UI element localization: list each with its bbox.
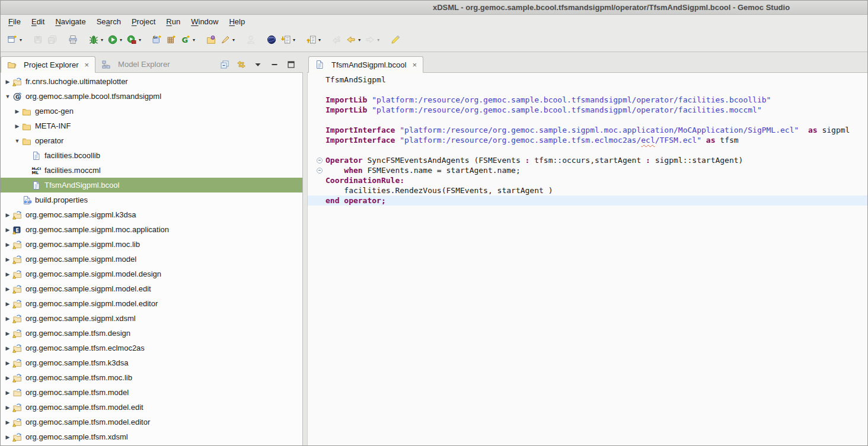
code-line-13[interactable]: end operator; [308, 195, 867, 206]
tree-item-meta-inf[interactable]: ▶META-INF [1, 118, 302, 133]
panel-sash[interactable] [303, 56, 307, 445]
twistie-collapsed-icon[interactable]: ▶ [3, 242, 12, 248]
code-editor[interactable]: TfsmAndSigpmlImportLib "platform:/resour… [307, 73, 867, 445]
toolbar-button-new[interactable]: ▾ [6, 31, 24, 48]
menu-project[interactable]: Project [126, 16, 161, 27]
twistie-collapsed-icon[interactable]: ▶ [3, 227, 12, 233]
tree-item-org-gemoc-sample-bcool-tfsmandsigpml[interactable]: ▼Gorg.gemoc.sample.bcool.tfsmandsigpml [1, 89, 302, 104]
code-line-7[interactable]: ImportInterface "platform:/resource/org.… [308, 135, 867, 145]
close-icon[interactable]: × [412, 61, 417, 69]
toolbar-button-debug[interactable]: ▾ [87, 31, 105, 48]
code-line-5[interactable] [308, 115, 867, 125]
toolbar-button-new-graphiti-diagram[interactable]: Gr [151, 31, 164, 48]
twistie-collapsed-icon[interactable]: ▶ [3, 360, 12, 366]
view-toolbar-button-view-menu[interactable] [253, 60, 263, 69]
view-toolbar-button-link-with-editor[interactable] [237, 60, 246, 69]
title-bar[interactable]: xDSML - org.gemoc.sample.bcool.tfsmandsi… [1, 1, 867, 15]
tree-item-org-gemoc-sample-sigpml-moc-lib[interactable]: ▶org.gemoc.sample.sigpml.moc.lib [1, 237, 302, 252]
tree-item-org-gemoc-sample-tfsm-model-editor[interactable]: ▶org.gemoc.sample.tfsm.model.editor [1, 415, 302, 429]
twistie-collapsed-icon[interactable]: ▶ [3, 434, 12, 440]
view-toolbar-button-maximize[interactable] [286, 60, 296, 69]
dropdown-arrow-icon[interactable]: ▾ [193, 37, 195, 43]
tree-item-operator[interactable]: ▼operator [1, 133, 302, 148]
twistie-expanded-icon[interactable]: ▼ [12, 138, 22, 144]
menu-window[interactable]: Window [186, 16, 224, 27]
code-line-2[interactable] [308, 85, 867, 95]
menu-run[interactable]: Run [161, 16, 186, 27]
twistie-collapsed-icon[interactable]: ▶ [3, 79, 12, 85]
dropdown-arrow-icon[interactable]: ▾ [293, 37, 295, 43]
tree-item-org-gemoc-sample-sigpml-k3dsa[interactable]: ▶org.gemoc.sample.sigpml.k3dsa [1, 207, 302, 222]
menu-file[interactable]: File [3, 16, 26, 27]
fold-collapse-icon[interactable] [308, 168, 326, 174]
view-toolbar-button-collapse-all[interactable] [220, 60, 229, 69]
twistie-collapsed-icon[interactable]: ▶ [12, 108, 22, 114]
twistie-collapsed-icon[interactable]: ▶ [3, 271, 12, 277]
tree-item-org-gemoc-sample-tfsm-eclmoc2as[interactable]: ▶org.gemoc.sample.tfsm.eclmoc2as [1, 341, 302, 355]
tree-item-org-gemoc-sample-sigpml-model-editor[interactable]: ▶org.gemoc.sample.sigpml.model.editor [1, 296, 302, 311]
code-line-6[interactable]: ImportInterface "platform:/resource/org.… [308, 125, 867, 135]
toolbar-button-toggle-mark-occurrences[interactable] [389, 31, 402, 48]
code-line-10[interactable]: when FSMEvents.name = startAgent.name; [308, 165, 867, 175]
dropdown-arrow-icon[interactable]: ▾ [20, 37, 22, 43]
fold-minus-icon[interactable] [317, 168, 323, 174]
menu-navigate[interactable]: Navigate [50, 16, 91, 27]
twistie-collapsed-icon[interactable]: ▶ [12, 123, 22, 129]
twistie-collapsed-icon[interactable]: ▶ [3, 375, 12, 381]
tree-item-org-gemoc-sample-sigpml-model-edit[interactable]: ▶org.gemoc.sample.sigpml.model.edit [1, 281, 302, 296]
fold-minus-icon[interactable] [317, 158, 323, 163]
code-line-9[interactable]: Operator SyncFSMEventsAndAgents (FSMEven… [308, 155, 867, 165]
tab-model-explorer[interactable]: Model Explorer [95, 56, 175, 72]
dropdown-arrow-icon[interactable]: ▾ [358, 37, 360, 43]
tree-item-gemoc-gen[interactable]: ▶gemoc-gen [1, 104, 302, 118]
toolbar-button-new-gmf-diagram[interactable]: G▾ [179, 31, 197, 48]
view-toolbar-button-minimize[interactable] [270, 60, 279, 69]
dropdown-arrow-icon[interactable]: ▾ [318, 37, 321, 43]
tree-item-org-gemoc-sample-sigpml-model[interactable]: ▶org.gemoc.sample.sigpml.model [1, 252, 302, 267]
toolbar-button-format-brush[interactable]: ▾ [219, 31, 237, 48]
twistie-collapsed-icon[interactable]: ▶ [3, 390, 12, 396]
tree-item-tfsmandsigpml-bcool[interactable]: TfsmAndSigpml.bcool [1, 178, 302, 192]
tree-item-org-gemoc-sample-tfsm-model[interactable]: ▶org.gemoc.sample.tfsm.model [1, 385, 302, 400]
dropdown-arrow-icon[interactable]: ▾ [139, 37, 141, 43]
twistie-collapsed-icon[interactable]: ▶ [3, 405, 12, 410]
twistie-collapsed-icon[interactable]: ▶ [3, 256, 12, 262]
dropdown-arrow-icon[interactable]: ▾ [101, 37, 103, 43]
twistie-collapsed-icon[interactable]: ▶ [3, 212, 12, 218]
twistie-collapsed-icon[interactable]: ▶ [3, 316, 12, 322]
tree-item-facilities-moccml[interactable]: MoCCMLfacilities.moccml [1, 163, 302, 178]
code-line-11[interactable]: CoordinationRule: [308, 175, 867, 185]
tree-item-org-gemoc-sample-tfsm-k3dsa[interactable]: ▶org.gemoc.sample.tfsm.k3dsa [1, 355, 302, 370]
close-icon[interactable]: × [84, 61, 89, 69]
dropdown-arrow-icon[interactable]: ▾ [120, 37, 122, 43]
tree-item-fr-cnrs-luchogie-ultimateplotter[interactable]: ▶fr.cnrs.luchogie.ultimateplotter [1, 74, 302, 89]
tab-editor-tfsmandsigpml[interactable]: TfsmAndSigpml.bcool × [308, 56, 423, 73]
toolbar-button-import-into-workspace[interactable]: ▾ [279, 31, 297, 48]
tree-item-org-gemoc-sample-tfsm-model-edit[interactable]: ▶org.gemoc.sample.tfsm.model.edit [1, 400, 302, 415]
code-line-4[interactable]: ImportLib "platform:/resource/org.gemoc.… [308, 105, 867, 115]
code-line-1[interactable]: TfsmAndSigpml [308, 75, 867, 85]
tree-item-build-properties[interactable]: 010build.properties [1, 192, 302, 207]
fold-collapse-icon[interactable] [308, 158, 326, 163]
twistie-collapsed-icon[interactable]: ▶ [3, 331, 12, 336]
tree-item-org-gemoc-sample-sigpml-xdsml[interactable]: ▶org.gemoc.sample.sigpml.xdsml [1, 311, 302, 326]
menu-search[interactable]: Search [91, 16, 126, 27]
dropdown-arrow-icon[interactable]: ▾ [232, 37, 235, 43]
tree-item-org-gemoc-sample-sigpml-moc-application[interactable]: ▶Eorg.gemoc.sample.sigpml.moc.applicatio… [1, 222, 302, 237]
tree-item-org-gemoc-sample-sigpml-model-design[interactable]: ▶org.gemoc.sample.sigpml.model.design [1, 267, 302, 281]
twistie-expanded-icon[interactable]: ▼ [3, 94, 12, 100]
tree-item-org-gemoc-sample-tfsm-moc-lib[interactable]: ▶org.gemoc.sample.tfsm.moc.lib [1, 370, 302, 385]
twistie-collapsed-icon[interactable]: ▶ [3, 286, 12, 292]
toolbar-button-run[interactable]: ▾ [106, 31, 124, 48]
menu-edit[interactable]: Edit [26, 16, 50, 27]
code-line-3[interactable]: ImportLib "platform:/resource/org.gemoc.… [308, 95, 867, 105]
twistie-collapsed-icon[interactable]: ▶ [3, 345, 12, 351]
tree-item-org-gemoc-sample-tfsm-xdsml[interactable]: ▶org.gemoc.sample.tfsm.xdsml [1, 429, 302, 444]
toolbar-button-promote[interactable]: ▾ [305, 31, 323, 48]
dropdown-arrow-icon[interactable]: ▾ [377, 37, 379, 43]
tree-item-org-gemoc-sample-tfsm-design[interactable]: ▶org.gemoc.sample.tfsm.design [1, 326, 302, 341]
toolbar-button-external-tools[interactable]: ▾ [125, 31, 143, 48]
menu-help[interactable]: Help [224, 16, 250, 27]
toolbar-button-back[interactable]: ▾ [344, 31, 362, 48]
twistie-collapsed-icon[interactable]: ▶ [3, 301, 12, 307]
